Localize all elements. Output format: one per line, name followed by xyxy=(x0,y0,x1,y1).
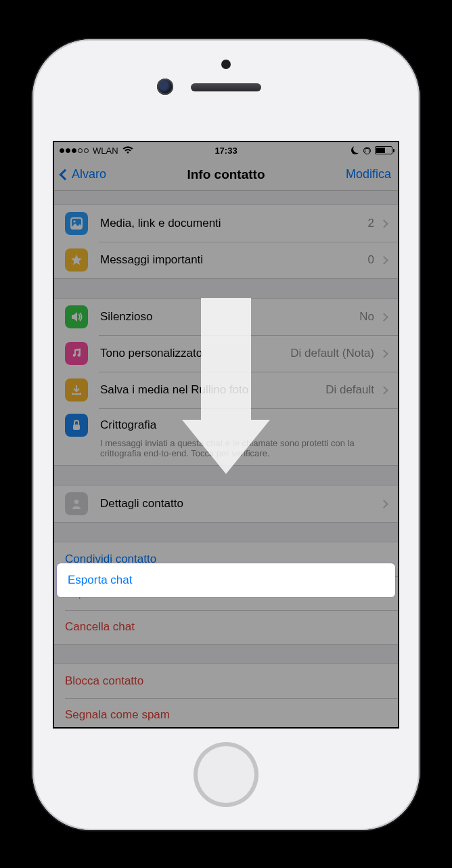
row-value: 0 xyxy=(368,253,374,267)
row-subtitle: I messaggi inviati a questa chat e le ch… xyxy=(65,438,387,458)
page-title: Info contatto xyxy=(187,167,265,182)
row-mute[interactable]: Silenzioso No xyxy=(54,299,398,335)
star-icon xyxy=(65,248,88,272)
status-bar: WLAN 17:33 xyxy=(54,142,398,158)
chevron-right-icon xyxy=(380,349,388,358)
action-label: Segnala come spam xyxy=(65,708,387,722)
chevron-right-icon xyxy=(380,219,388,228)
highlight-export-chat[interactable]: Esporta chat xyxy=(57,563,395,597)
battery-icon xyxy=(375,146,392,154)
orientation-lock-icon xyxy=(363,147,371,154)
proximity-sensor xyxy=(221,60,231,69)
speaker-grille xyxy=(191,83,261,91)
wifi-icon xyxy=(122,146,133,154)
do-not-disturb-icon xyxy=(351,146,359,154)
svg-point-3 xyxy=(74,500,78,504)
navigation-bar: Alvaro Info contatto Modifica xyxy=(54,158,398,191)
row-media-links-docs[interactable]: Media, link e documenti 2 xyxy=(54,205,398,242)
front-camera xyxy=(157,79,173,95)
action-label: Blocca contatto xyxy=(65,674,387,688)
chevron-right-icon xyxy=(380,500,388,508)
row-report-spam[interactable]: Segnala come spam xyxy=(54,698,398,729)
row-label: Crittografia xyxy=(100,418,387,432)
contact-silhouette-icon xyxy=(65,492,88,515)
row-contact-details[interactable]: Dettagli contatto xyxy=(54,485,398,522)
content-scroll[interactable]: Media, link e documenti 2 Messaggi impor… xyxy=(54,204,398,729)
signal-strength-icon xyxy=(60,148,89,153)
svg-point-1 xyxy=(73,220,75,222)
row-value: Di default (Nota) xyxy=(290,347,374,360)
row-value: No xyxy=(359,310,374,324)
home-button[interactable] xyxy=(194,742,258,807)
action-label: Cancella chat xyxy=(65,620,387,634)
speaker-icon xyxy=(65,305,88,328)
row-save-media[interactable]: Salva i media nel Rullino foto Di defaul… xyxy=(54,372,398,408)
row-label: Salva i media nel Rullino foto xyxy=(100,383,325,397)
row-label: Messaggi importanti xyxy=(100,253,368,267)
row-label: Silenzioso xyxy=(100,310,359,324)
chevron-right-icon xyxy=(380,386,388,395)
chevron-left-icon xyxy=(60,169,71,180)
group-settings: Silenzioso No Tono personalizzato Di def… xyxy=(54,298,398,466)
row-label: Tono personalizzato xyxy=(100,347,290,360)
screen: WLAN 17:33 Alvaro Info contatto Modifica xyxy=(53,141,399,729)
photo-icon xyxy=(65,212,88,235)
group-media: Media, link e documenti 2 Messaggi impor… xyxy=(54,204,398,279)
chevron-right-icon xyxy=(380,256,388,265)
row-encryption[interactable]: Crittografia I messaggi inviati a questa… xyxy=(54,408,398,465)
row-value: 2 xyxy=(368,217,374,230)
group-contact-details: Dettagli contatto xyxy=(54,485,398,523)
carrier-label: WLAN xyxy=(93,146,118,156)
status-time: 17:33 xyxy=(214,146,237,156)
row-custom-tone[interactable]: Tono personalizzato Di default (Nota) xyxy=(54,335,398,372)
music-note-icon xyxy=(65,342,88,365)
row-clear-chat[interactable]: Cancella chat xyxy=(54,610,398,644)
phone-frame: WLAN 17:33 Alvaro Info contatto Modifica xyxy=(32,39,420,830)
svg-rect-2 xyxy=(73,425,80,430)
edit-button[interactable]: Modifica xyxy=(346,167,391,181)
download-icon xyxy=(65,378,88,402)
action-label: Esporta chat xyxy=(68,573,384,587)
back-button[interactable]: Alvaro xyxy=(61,167,106,181)
row-label: Dettagli contatto xyxy=(100,497,381,511)
row-label: Media, link e documenti xyxy=(100,217,368,230)
chevron-right-icon xyxy=(380,313,388,322)
group-block-report: Blocca contatto Segnala come spam xyxy=(54,664,398,729)
lock-icon xyxy=(65,414,88,437)
row-value: Di default xyxy=(325,383,374,397)
row-block-contact[interactable]: Blocca contatto xyxy=(54,664,398,698)
back-label: Alvaro xyxy=(72,167,106,181)
row-starred-messages[interactable]: Messaggi importanti 0 xyxy=(54,242,398,278)
